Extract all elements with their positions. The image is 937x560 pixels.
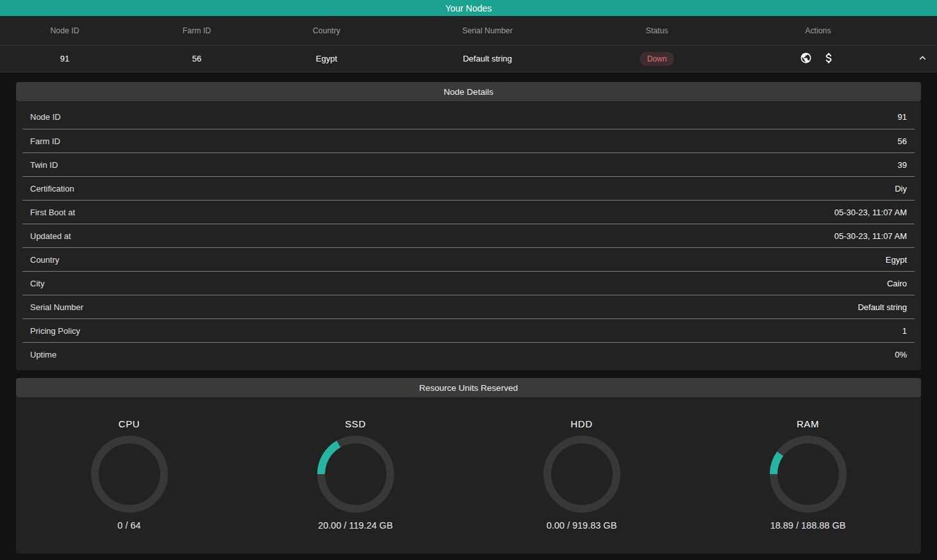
node-details-card: Node Details Node ID 91 Farm ID 56 Twin …	[16, 82, 921, 370]
detail-row-serial-number: Serial Number Default string	[22, 295, 915, 318]
gauge-label: SSD	[345, 418, 366, 429]
detail-value: 05-30-23, 11:07 AM	[834, 231, 907, 241]
globe-icon	[800, 52, 812, 66]
gauge-ram: RAM 18.89 / 188.88 GB	[695, 397, 921, 554]
cell-node-id: 91	[0, 54, 129, 63]
detail-label: Uptime	[30, 350, 56, 359]
detail-label: Country	[30, 255, 60, 265]
column-header-node-id: Node ID	[0, 26, 129, 35]
cell-status: Down	[586, 52, 728, 66]
detail-row-updated-at: Updated at 05-30-23, 11:07 AM	[22, 224, 915, 247]
detail-label: Updated at	[30, 231, 71, 241]
chevron-up-icon	[916, 52, 929, 66]
gauge-cpu: CPU 0 / 64	[16, 397, 242, 554]
node-row[interactable]: 91 56 Egypt Default string Down	[0, 45, 937, 72]
detail-value: Default string	[858, 302, 907, 312]
actions-cell	[728, 51, 908, 67]
dollar-icon	[822, 51, 836, 67]
detail-row-certification: Certification Diy	[22, 176, 915, 200]
resources-header: Resource Units Reserved	[16, 378, 921, 397]
column-header-status: Status	[586, 26, 728, 35]
detail-value: 0%	[895, 350, 907, 359]
cell-country: Egypt	[264, 54, 389, 63]
column-header-country: Country	[264, 26, 389, 35]
detail-label: Serial Number	[30, 302, 83, 312]
column-header-actions: Actions	[728, 26, 908, 35]
detail-value: 39	[898, 160, 907, 170]
globe-button[interactable]	[800, 52, 812, 66]
detail-label: Pricing Policy	[30, 326, 80, 336]
detail-value: 1	[902, 326, 907, 336]
gauge-ssd: SSD 20.00 / 119.24 GB	[242, 397, 468, 554]
detail-value: 05-30-23, 11:07 AM	[834, 208, 907, 217]
resources-card: Resource Units Reserved CPU 0 / 64 SSD 2…	[16, 378, 921, 554]
column-header-serial-number: Serial Number	[389, 26, 586, 35]
detail-label: Twin ID	[30, 160, 58, 170]
detail-label: Certification	[30, 184, 74, 194]
detail-value: Diy	[895, 184, 907, 194]
detail-row-country: Country Egypt	[22, 247, 915, 271]
node-details-title: Node Details	[444, 87, 493, 97]
resources-title: Resource Units Reserved	[419, 383, 518, 393]
node-details-body: Node ID 91 Farm ID 56 Twin ID 39 Certifi…	[16, 101, 921, 370]
gauge-value: 0 / 64	[117, 520, 140, 531]
detail-label: First Boot at	[30, 208, 75, 217]
detail-label: Node ID	[30, 112, 61, 122]
expand-toggle-button[interactable]	[916, 52, 929, 66]
detail-value: 56	[898, 136, 907, 146]
dollar-button[interactable]	[822, 51, 836, 67]
detail-value: Cairo	[887, 279, 907, 288]
your-nodes-title-bar: Your Nodes	[0, 0, 937, 16]
gauge-label: RAM	[797, 418, 819, 429]
gauge-label: HDD	[570, 418, 592, 429]
ssd-gauge-ring	[317, 436, 394, 513]
detail-row-node-id: Node ID 91	[22, 105, 915, 129]
gauge-value: 0.00 / 919.83 GB	[547, 520, 617, 531]
ram-gauge-ring	[770, 436, 847, 513]
gauge-label: CPU	[119, 418, 140, 429]
hdd-gauge-ring	[543, 436, 620, 513]
detail-value: 91	[898, 112, 907, 122]
detail-value: Egypt	[886, 255, 907, 265]
cell-serial-number: Default string	[389, 54, 586, 63]
detail-row-farm-id: Farm ID 56	[22, 129, 915, 152]
detail-row-first-boot: First Boot at 05-30-23, 11:07 AM	[22, 200, 915, 224]
cpu-gauge-ring	[91, 436, 168, 513]
detail-label: Farm ID	[30, 136, 60, 146]
gauge-hdd: HDD 0.00 / 919.83 GB	[468, 397, 695, 554]
page-title: Your Nodes	[445, 3, 492, 13]
detail-row-city: City Cairo	[22, 271, 915, 295]
status-badge: Down	[640, 52, 675, 66]
gauge-value: 20.00 / 119.24 GB	[318, 520, 393, 531]
detail-row-pricing-policy: Pricing Policy 1	[22, 318, 915, 342]
node-details-header: Node Details	[16, 82, 921, 101]
detail-label: City	[30, 279, 44, 288]
nodes-table-header: Node ID Farm ID Country Serial Number St…	[0, 16, 937, 45]
column-header-farm-id: Farm ID	[129, 26, 264, 35]
resources-body: CPU 0 / 64 SSD 20.00 / 119.24 GB HDD 0.0…	[16, 397, 921, 554]
detail-row-twin-id: Twin ID 39	[22, 152, 915, 176]
detail-row-uptime: Uptime 0%	[22, 342, 915, 366]
gauge-value: 18.89 / 188.88 GB	[770, 520, 846, 531]
cell-farm-id: 56	[129, 54, 264, 63]
